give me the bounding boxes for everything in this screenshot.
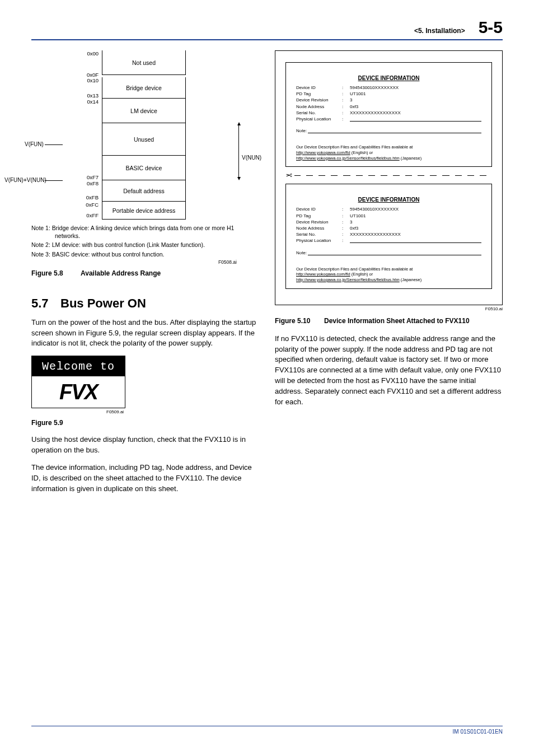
- note-3: Note 3: BASIC device: without bus contro…: [31, 250, 259, 258]
- address-range-diagram: V(FUN) V(FUN)+V(NUN) V(NUN) 0x00 Not use…: [51, 50, 259, 220]
- lcd-welcome: Welcome to FVX: [31, 356, 125, 408]
- para-3: The device information, including PD tag…: [31, 463, 259, 494]
- vnun-label: V(NUN): [242, 155, 261, 161]
- section-5-7-heading: 5.7Bus Power ON: [31, 296, 259, 311]
- para-2: Using the host device display function, …: [31, 435, 259, 456]
- scissors-icon: ✂: [285, 171, 292, 180]
- sheet-title: DEVICE INFORMATION: [296, 75, 481, 81]
- vfun-label: V(FUN): [25, 141, 44, 147]
- fig58-ref: F0508.ai: [31, 259, 259, 265]
- doc-id: IM 01S01C01-01EN: [453, 729, 503, 735]
- para-4: If no FVX110 is detected, check the avai…: [275, 334, 503, 408]
- sheet-footer: Our Device Description Files and Capabil…: [296, 144, 481, 161]
- fig510-caption: Figure 5.10 Device Information Sheet Att…: [275, 317, 503, 325]
- fig59-caption: Figure 5.9: [31, 419, 259, 427]
- note-1: Note 1: Bridge device: A linking device …: [31, 224, 259, 240]
- page-header: <5. Installation> 5-5: [31, 18, 503, 40]
- addr-box-unused: Unused: [102, 123, 186, 156]
- physical-location-blank: [350, 116, 481, 122]
- fig59-ref: F0509.ai: [106, 409, 259, 414]
- fig510-ref: F0510.ai: [275, 306, 503, 311]
- note-2: Note 2: LM device: with bus control func…: [31, 241, 259, 249]
- addr-box-portable: Portable device address: [102, 202, 186, 220]
- device-info-sheet-wrap: DEVICE INFORMATION Device ID:5945430010X…: [275, 50, 503, 305]
- note-blank: [308, 128, 481, 133]
- addr-box-lm: LM device: [102, 99, 186, 123]
- link-japanese-2[interactable]: http://www.yokogawa.co.jp/Sensor/fieldbu…: [296, 277, 400, 282]
- left-column: V(FUN) V(FUN)+V(NUN) V(NUN) 0x00 Not use…: [31, 50, 259, 501]
- fig58-caption: Figure 5.8Available Address Range: [31, 269, 259, 277]
- para-1: Turn on the power of the host and the bu…: [31, 318, 259, 349]
- addr-box-not-used: Not used: [102, 50, 186, 75]
- link-japanese[interactable]: http://www.yokogawa.co.jp/Sensor/fieldbu…: [296, 156, 400, 161]
- device-info-sheet-1: DEVICE INFORMATION Device ID:5945430010X…: [285, 62, 492, 167]
- link-english-2[interactable]: http://www.yokogawa.com/fld: [296, 272, 350, 277]
- device-info-sheet-2: DEVICE INFORMATION Device ID:5945430010X…: [285, 184, 492, 288]
- page-footer: IM 01S01C01-01EN: [31, 726, 503, 735]
- addr-box-basic: BASIC device: [102, 156, 186, 180]
- link-english[interactable]: http://www.yokogawa.com/fld: [296, 150, 350, 155]
- lcd-line-1: Welcome to: [32, 356, 125, 376]
- right-column: DEVICE INFORMATION Device ID:5945430010X…: [275, 50, 503, 501]
- addr-box-default: Default address: [102, 180, 186, 202]
- diagram-notes: Note 1: Bridge device: A linking device …: [31, 224, 259, 258]
- vfun-vnun-label: V(FUN)+V(NUN): [4, 177, 46, 183]
- lcd-line-2: FVX: [32, 376, 125, 408]
- page-number: 5-5: [479, 18, 503, 37]
- chapter-label: <5. Installation>: [414, 27, 465, 35]
- cut-line: ✂: [285, 167, 492, 184]
